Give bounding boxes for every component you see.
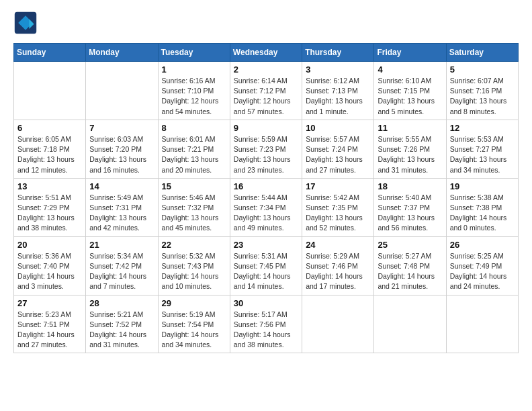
day-number: 2 — [234, 64, 298, 75]
day-number: 23 — [234, 240, 298, 250]
calendar-cell: 17Sunrise: 5:42 AM Sunset: 7:35 PM Dayli… — [302, 178, 374, 236]
day-number: 21 — [89, 240, 154, 250]
day-info: Sunrise: 5:17 AM Sunset: 7:56 PM Dayligh… — [234, 310, 298, 351]
day-number: 4 — [378, 64, 442, 75]
calendar-cell: 16Sunrise: 5:44 AM Sunset: 7:34 PM Dayli… — [230, 178, 302, 236]
day-info: Sunrise: 6:10 AM Sunset: 7:15 PM Dayligh… — [378, 76, 442, 117]
calendar-body: 1Sunrise: 6:16 AM Sunset: 7:10 PM Daylig… — [14, 62, 519, 353]
day-info: Sunrise: 5:42 AM Sunset: 7:35 PM Dayligh… — [306, 193, 370, 234]
day-number: 3 — [306, 64, 370, 75]
weekday-header-row: SundayMondayTuesdayWednesdayThursdayFrid… — [14, 44, 519, 62]
calendar-cell — [446, 295, 518, 353]
day-number: 14 — [89, 181, 154, 191]
calendar-cell: 22Sunrise: 5:32 AM Sunset: 7:43 PM Dayli… — [158, 236, 230, 295]
day-number: 12 — [450, 123, 515, 133]
calendar-cell: 29Sunrise: 5:19 AM Sunset: 7:54 PM Dayli… — [158, 295, 230, 353]
calendar-cell: 28Sunrise: 5:21 AM Sunset: 7:52 PM Dayli… — [86, 295, 158, 353]
calendar-cell: 12Sunrise: 5:53 AM Sunset: 7:27 PM Dayli… — [446, 120, 518, 178]
calendar-week-2: 13Sunrise: 5:51 AM Sunset: 7:29 PM Dayli… — [14, 178, 519, 236]
day-number: 30 — [234, 298, 298, 308]
calendar-cell — [86, 62, 158, 120]
calendar-cell: 23Sunrise: 5:31 AM Sunset: 7:45 PM Dayli… — [230, 236, 302, 295]
logo — [13, 11, 40, 35]
day-info: Sunrise: 5:23 AM Sunset: 7:51 PM Dayligh… — [17, 310, 82, 351]
day-number: 29 — [162, 298, 226, 308]
logo-icon — [13, 11, 38, 35]
calendar-cell — [374, 295, 446, 353]
day-number: 24 — [306, 240, 370, 250]
day-info: Sunrise: 5:38 AM Sunset: 7:38 PM Dayligh… — [450, 193, 515, 234]
calendar-week-3: 20Sunrise: 5:36 AM Sunset: 7:40 PM Dayli… — [14, 236, 519, 295]
day-number: 10 — [306, 123, 370, 133]
page-header — [13, 11, 519, 35]
weekday-friday: Friday — [374, 44, 446, 62]
calendar-cell: 7Sunrise: 6:03 AM Sunset: 7:20 PM Daylig… — [86, 120, 158, 178]
calendar-cell: 21Sunrise: 5:34 AM Sunset: 7:42 PM Dayli… — [86, 236, 158, 295]
day-info: Sunrise: 6:14 AM Sunset: 7:12 PM Dayligh… — [234, 76, 298, 117]
day-number: 27 — [17, 298, 82, 308]
day-info: Sunrise: 5:31 AM Sunset: 7:45 PM Dayligh… — [234, 251, 298, 292]
day-info: Sunrise: 5:53 AM Sunset: 7:27 PM Dayligh… — [450, 134, 515, 175]
day-info: Sunrise: 6:16 AM Sunset: 7:10 PM Dayligh… — [162, 76, 226, 117]
day-number: 8 — [162, 123, 226, 133]
day-info: Sunrise: 5:34 AM Sunset: 7:42 PM Dayligh… — [89, 251, 154, 292]
day-number: 18 — [378, 181, 442, 191]
calendar-cell: 19Sunrise: 5:38 AM Sunset: 7:38 PM Dayli… — [446, 178, 518, 236]
day-number: 19 — [450, 181, 515, 191]
calendar-cell: 15Sunrise: 5:46 AM Sunset: 7:32 PM Dayli… — [158, 178, 230, 236]
day-number: 20 — [17, 240, 82, 250]
day-info: Sunrise: 5:57 AM Sunset: 7:24 PM Dayligh… — [306, 134, 370, 175]
day-info: Sunrise: 5:51 AM Sunset: 7:29 PM Dayligh… — [17, 193, 82, 234]
day-info: Sunrise: 5:21 AM Sunset: 7:52 PM Dayligh… — [89, 310, 154, 351]
day-number: 9 — [234, 123, 298, 133]
calendar-cell: 3Sunrise: 6:12 AM Sunset: 7:13 PM Daylig… — [302, 62, 374, 120]
calendar-cell: 13Sunrise: 5:51 AM Sunset: 7:29 PM Dayli… — [14, 178, 86, 236]
calendar-cell: 14Sunrise: 5:49 AM Sunset: 7:31 PM Dayli… — [86, 178, 158, 236]
day-info: Sunrise: 5:44 AM Sunset: 7:34 PM Dayligh… — [234, 193, 298, 234]
weekday-saturday: Saturday — [446, 44, 518, 62]
day-number: 6 — [17, 123, 82, 133]
weekday-sunday: Sunday — [14, 44, 86, 62]
day-info: Sunrise: 5:32 AM Sunset: 7:43 PM Dayligh… — [162, 251, 226, 292]
calendar-cell: 30Sunrise: 5:17 AM Sunset: 7:56 PM Dayli… — [230, 295, 302, 353]
day-number: 13 — [17, 181, 82, 191]
day-info: Sunrise: 5:49 AM Sunset: 7:31 PM Dayligh… — [89, 193, 154, 234]
day-info: Sunrise: 6:07 AM Sunset: 7:16 PM Dayligh… — [450, 76, 515, 117]
weekday-thursday: Thursday — [302, 44, 374, 62]
day-info: Sunrise: 5:55 AM Sunset: 7:26 PM Dayligh… — [378, 134, 442, 175]
calendar-cell: 26Sunrise: 5:25 AM Sunset: 7:49 PM Dayli… — [446, 236, 518, 295]
calendar-cell: 1Sunrise: 6:16 AM Sunset: 7:10 PM Daylig… — [158, 62, 230, 120]
day-info: Sunrise: 6:01 AM Sunset: 7:21 PM Dayligh… — [162, 134, 226, 175]
calendar-week-0: 1Sunrise: 6:16 AM Sunset: 7:10 PM Daylig… — [14, 62, 519, 120]
weekday-monday: Monday — [86, 44, 158, 62]
calendar-cell — [302, 295, 374, 353]
calendar-cell: 25Sunrise: 5:27 AM Sunset: 7:48 PM Dayli… — [374, 236, 446, 295]
calendar-cell: 20Sunrise: 5:36 AM Sunset: 7:40 PM Dayli… — [14, 236, 86, 295]
calendar-week-4: 27Sunrise: 5:23 AM Sunset: 7:51 PM Dayli… — [14, 295, 519, 353]
calendar-cell: 10Sunrise: 5:57 AM Sunset: 7:24 PM Dayli… — [302, 120, 374, 178]
calendar-cell: 8Sunrise: 6:01 AM Sunset: 7:21 PM Daylig… — [158, 120, 230, 178]
day-info: Sunrise: 5:19 AM Sunset: 7:54 PM Dayligh… — [162, 310, 226, 351]
day-info: Sunrise: 5:40 AM Sunset: 7:37 PM Dayligh… — [378, 193, 442, 234]
day-number: 5 — [450, 64, 515, 75]
calendar-cell — [14, 62, 86, 120]
calendar-cell: 5Sunrise: 6:07 AM Sunset: 7:16 PM Daylig… — [446, 62, 518, 120]
weekday-tuesday: Tuesday — [158, 44, 230, 62]
calendar-table: SundayMondayTuesdayWednesdayThursdayFrid… — [13, 43, 519, 353]
day-number: 1 — [162, 64, 226, 75]
calendar-cell: 24Sunrise: 5:29 AM Sunset: 7:46 PM Dayli… — [302, 236, 374, 295]
day-number: 25 — [378, 240, 442, 250]
day-number: 28 — [89, 298, 154, 308]
day-info: Sunrise: 5:59 AM Sunset: 7:23 PM Dayligh… — [234, 134, 298, 175]
day-info: Sunrise: 6:12 AM Sunset: 7:13 PM Dayligh… — [306, 76, 370, 117]
day-number: 26 — [450, 240, 515, 250]
calendar-cell: 27Sunrise: 5:23 AM Sunset: 7:51 PM Dayli… — [14, 295, 86, 353]
calendar-cell: 11Sunrise: 5:55 AM Sunset: 7:26 PM Dayli… — [374, 120, 446, 178]
day-number: 16 — [234, 181, 298, 191]
day-info: Sunrise: 5:29 AM Sunset: 7:46 PM Dayligh… — [306, 251, 370, 292]
calendar-cell: 4Sunrise: 6:10 AM Sunset: 7:15 PM Daylig… — [374, 62, 446, 120]
calendar-cell: 9Sunrise: 5:59 AM Sunset: 7:23 PM Daylig… — [230, 120, 302, 178]
day-number: 11 — [378, 123, 442, 133]
day-info: Sunrise: 5:27 AM Sunset: 7:48 PM Dayligh… — [378, 251, 442, 292]
day-number: 15 — [162, 181, 226, 191]
